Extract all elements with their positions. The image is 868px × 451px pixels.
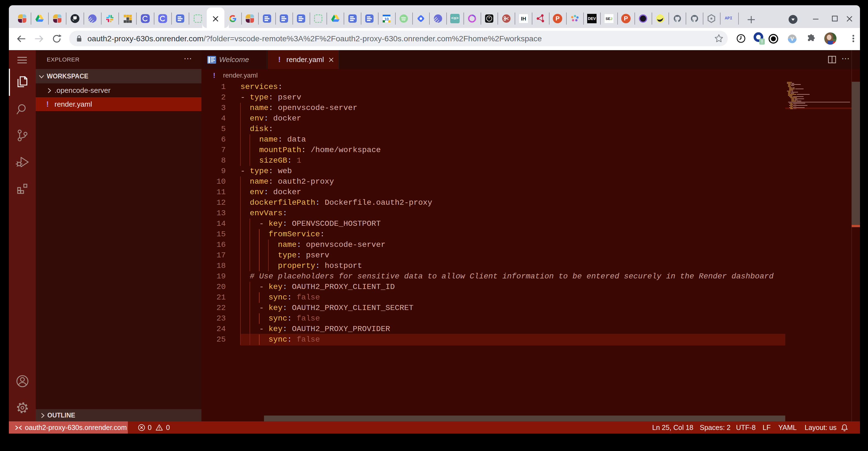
svg-text:10: 10 (384, 17, 389, 21)
svg-text:*: * (488, 16, 490, 21)
svg-text:!: ! (761, 39, 763, 44)
svg-text:V: V (790, 36, 794, 42)
